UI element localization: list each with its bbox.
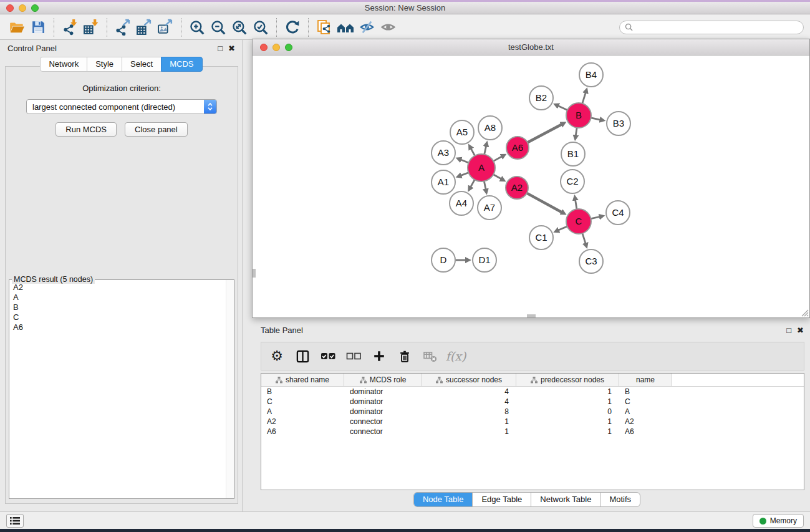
zoom-in-button[interactable]: [186, 17, 208, 38]
tab-motifs[interactable]: Motifs: [600, 493, 640, 506]
import-table-button[interactable]: [80, 17, 102, 38]
table-cell[interactable]: 1: [516, 417, 619, 426]
edge-A6-B[interactable]: [528, 125, 562, 143]
zoom-fit-button[interactable]: [229, 17, 250, 38]
table-cell[interactable]: A2: [261, 417, 344, 426]
table-cell[interactable]: A: [261, 407, 344, 416]
column-header-shared-name[interactable]: shared name: [261, 374, 344, 386]
float-panel-icon[interactable]: □: [218, 44, 223, 53]
refresh-button[interactable]: [282, 17, 303, 38]
search-box[interactable]: [619, 21, 804, 34]
import-network-button[interactable]: [59, 17, 80, 38]
table-cell[interactable]: C: [619, 397, 672, 406]
show-graphics-details-button[interactable]: [377, 17, 398, 38]
table-cell[interactable]: A6: [261, 427, 344, 436]
table-cell[interactable]: 1: [422, 427, 516, 436]
edge-A-A3[interactable]: [461, 160, 469, 163]
delete-column-button[interactable]: [397, 348, 413, 364]
tab-network[interactable]: Network: [40, 57, 87, 72]
float-table-panel-icon[interactable]: □: [786, 326, 791, 335]
criterion-select[interactable]: largest connected component (directed): [26, 99, 217, 114]
edge-A-A2[interactable]: [493, 175, 501, 179]
tab-select[interactable]: Select: [122, 57, 162, 72]
network-vertical-scrollbar[interactable]: [253, 56, 256, 317]
table-cell[interactable]: dominator: [344, 397, 422, 406]
table-cell[interactable]: connector: [344, 417, 422, 426]
edge-A-A6[interactable]: [493, 157, 501, 161]
mcds-result-item[interactable]: A: [10, 293, 226, 302]
table-row[interactable]: Adominator80A: [261, 407, 804, 417]
add-column-button[interactable]: [371, 348, 387, 364]
mcds-result-item[interactable]: B: [10, 302, 226, 312]
edge-A-A5[interactable]: [471, 148, 475, 155]
deselect-all-button[interactable]: [345, 348, 362, 364]
duplicate-network-button[interactable]: [314, 17, 335, 38]
edge-A2-C[interactable]: [527, 193, 562, 213]
gear-button[interactable]: ⚙: [269, 348, 285, 364]
node-table[interactable]: shared nameMCDS rolesuccessor nodesprede…: [261, 373, 804, 490]
table-cell[interactable]: 8: [422, 407, 516, 416]
table-cell[interactable]: A6: [619, 427, 672, 436]
tab-mcds[interactable]: MCDS: [161, 57, 202, 72]
table-cell[interactable]: dominator: [344, 387, 422, 396]
mcds-result-item[interactable]: C: [10, 312, 226, 322]
table-cell[interactable]: 1: [516, 427, 619, 436]
edge-B-B2[interactable]: [558, 106, 567, 110]
edge-B-B1[interactable]: [576, 128, 577, 136]
table-row[interactable]: A6connector11A6: [261, 427, 804, 437]
edge-C-C2[interactable]: [576, 200, 577, 210]
table-cell[interactable]: C: [261, 397, 344, 406]
select-all-button[interactable]: [320, 348, 336, 364]
table-row[interactable]: Bdominator41B: [261, 387, 804, 397]
zoom-selected-button[interactable]: [250, 17, 271, 38]
mcds-result-item[interactable]: A2: [10, 283, 226, 293]
network-horizontal-scrollbar[interactable]: [253, 314, 809, 317]
function-builder-button[interactable]: f(x): [448, 348, 464, 364]
export-table-button[interactable]: [133, 17, 155, 38]
export-image-button[interactable]: [155, 17, 176, 38]
mcds-result-item[interactable]: A6: [10, 322, 226, 332]
houses-button[interactable]: [335, 17, 356, 38]
window-resize-grip[interactable]: [800, 308, 809, 317]
edge-A-A8[interactable]: [485, 146, 486, 154]
column-header-name[interactable]: name: [619, 374, 672, 386]
edge-B-B4[interactable]: [582, 93, 586, 104]
table-row[interactable]: Cdominator41C: [261, 397, 804, 407]
close-panel-button[interactable]: Close panel: [125, 122, 188, 137]
table-cell[interactable]: 1: [422, 417, 516, 426]
mcds-result-list[interactable]: A2ABCA6: [10, 283, 226, 498]
table-row[interactable]: A2connector11A2: [261, 417, 804, 427]
edge-A-A1[interactable]: [461, 173, 468, 176]
table-cell[interactable]: dominator: [344, 407, 422, 416]
memory-button[interactable]: Memory: [753, 514, 804, 528]
close-table-panel-icon[interactable]: ✖: [797, 326, 804, 335]
edge-C-C4[interactable]: [591, 217, 600, 219]
task-history-button[interactable]: [6, 514, 24, 528]
run-mcds-button[interactable]: Run MCDS: [55, 122, 117, 137]
tab-style[interactable]: Style: [87, 57, 122, 72]
edge-B-B3[interactable]: [591, 118, 600, 120]
table-cell[interactable]: connector: [344, 427, 422, 436]
save-session-button[interactable]: [27, 17, 49, 38]
tab-node-table[interactable]: Node Table: [414, 493, 473, 506]
column-header-MCDS-role[interactable]: MCDS role: [344, 374, 422, 386]
table-cell[interactable]: 1: [516, 397, 619, 406]
table-cell[interactable]: 1: [516, 387, 619, 396]
tab-network-table[interactable]: Network Table: [531, 493, 600, 506]
zoom-out-button[interactable]: [208, 17, 229, 38]
column-header-successor-nodes[interactable]: successor nodes: [422, 374, 516, 386]
edge-C-C1[interactable]: [559, 226, 567, 230]
network-canvas[interactable]: AA1A2A3A4A5A6A7A8BB1B2B3B4CC1C2C3C4DD1: [253, 56, 809, 317]
table-cell[interactable]: A: [619, 407, 672, 416]
mcds-result-scrollbar[interactable]: [226, 280, 234, 498]
delete-table-button[interactable]: [422, 348, 438, 364]
network-window-titlebar[interactable]: testGlobe.txt: [253, 39, 809, 56]
table-cell[interactable]: 4: [422, 387, 516, 396]
open-session-button[interactable]: [6, 17, 27, 38]
edge-A-A7[interactable]: [484, 181, 486, 190]
column-header-predecessor-nodes[interactable]: predecessor nodes: [516, 374, 619, 386]
close-panel-icon[interactable]: ✖: [228, 44, 235, 53]
table-cell[interactable]: B: [261, 387, 344, 396]
split-view-button[interactable]: [294, 348, 311, 364]
edge-A-A4[interactable]: [471, 180, 475, 187]
